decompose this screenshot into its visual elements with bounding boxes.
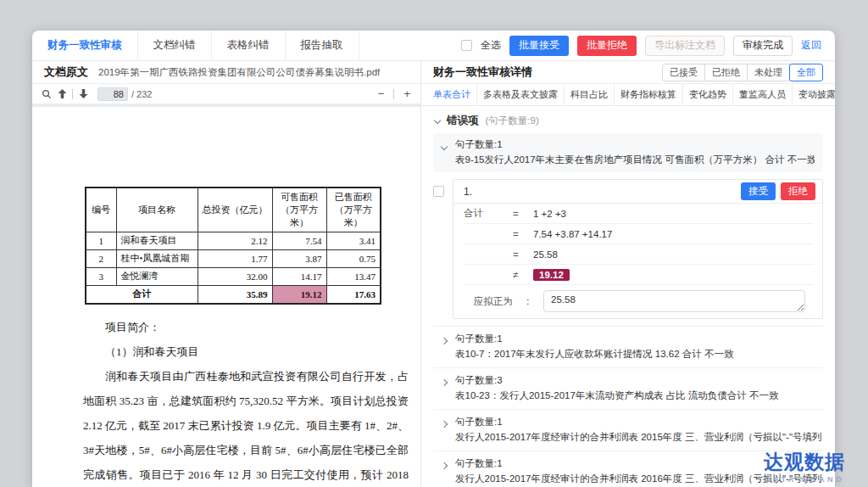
page-down-icon[interactable] [75, 87, 91, 101]
table-cell: 金悦澜湾 [116, 267, 198, 285]
error-item[interactable]: 句子数量:1 发行人2015-2017年度经审计的合并利润表 2015年度 三、… [433, 410, 823, 451]
error-section-header[interactable]: 错误项 (句子数量:9) [435, 113, 823, 128]
reject-button[interactable]: 拒绝 [781, 182, 815, 200]
table-cell: 3.87 [272, 249, 326, 267]
filter-rejected[interactable]: 已拒绝 [704, 64, 748, 81]
error-item-expanded[interactable]: 句子数量:1 表9-15发行人2017年末主要在售房地产项目情况 可售面积（万平… [433, 133, 823, 172]
paragraph-item1-body: 润和春天项目由广西桂泰地和武宣投资有限公司自行开发，占地面积 35.23 亩，总… [83, 364, 409, 487]
top-actions: 全选 批量接受 批量拒绝 导出标注文档 审核完成 返回 [461, 31, 835, 60]
formula-row: = 7.54 +3.87 +14.17 [464, 224, 814, 244]
table-cell: 17.63 [326, 285, 381, 304]
table-cell: 2.12 [198, 232, 272, 249]
dtab-multi-table-disclosure[interactable]: 多表格及表文披露 [477, 84, 565, 105]
back-link[interactable]: 返回 [801, 38, 821, 53]
pdf-text-block: 项目简介： （1）润和春天项目 润和春天项目由广西桂泰地和武宣投资有限公司自行开… [83, 315, 410, 487]
table-header-cell: 项目名称 [116, 188, 198, 232]
logo-text-en: DATA GRAND [764, 476, 845, 484]
error-item[interactable]: 句子数量:1 表10-7：2017年末发行人应收款坏账计提情况 13.62 合计… [433, 327, 823, 368]
chevron-right-icon [441, 421, 448, 428]
error-detail-card: 1. 接受 拒绝 合计 = 1 +2 +3 = [453, 179, 823, 319]
pdf-page: 编号 项目名称 总投资（亿元） 可售面积（万平方米） 已售面积（万平方米） 1 … [32, 107, 420, 487]
top-tab-bar: 财务一致性审核 文档纠错 表格纠错 报告抽取 全选 批量接受 批量拒绝 导出标注… [32, 31, 835, 61]
formula-row-mismatch: ≠ 19.12 [464, 265, 814, 285]
table-cell: 0.75 [326, 249, 381, 267]
table-cell: 13.47 [326, 267, 381, 285]
select-all-label: 全选 [481, 38, 501, 53]
page-up-icon[interactable] [54, 87, 70, 101]
app-window: 财务一致性审核 文档纠错 表格纠错 报告抽取 全选 批量接受 批量拒绝 导出标注… [32, 31, 835, 487]
table-cell: 3 [86, 267, 116, 285]
pdf-viewport[interactable]: 编号 项目名称 总投资（亿元） 可售面积（万平方米） 已售面积（万平方米） 1 … [32, 104, 420, 487]
correction-row: 应拟正为 ： 25.58 [464, 285, 814, 318]
dtab-single-table-total[interactable]: 单表合计 [421, 84, 477, 105]
batch-accept-button[interactable]: 批量接受 [509, 36, 569, 56]
audit-detail-panel: 财务一致性审核详情 已接受 已拒绝 未处理 全部 单表合计 多表格及表文披露 科… [421, 61, 835, 487]
card-header: 1. 接受 拒绝 [453, 180, 822, 204]
toolbar-divider [72, 89, 73, 99]
error-item[interactable]: 句子数量:3 表10-23：发行人2015-2017年末流动资产构成表 占比 流… [433, 368, 823, 410]
error-item-count: 句子数量:1 [455, 138, 815, 151]
table-cell: 合计 [86, 285, 198, 304]
tab-table-correction[interactable]: 表格纠错 [212, 31, 286, 60]
error-section-count: (句子数量:9) [486, 115, 539, 127]
paragraph-item1-title: （1）润和春天项目 [83, 339, 409, 364]
filter-all[interactable]: 全部 [789, 64, 823, 81]
zoom-in-button[interactable]: + [402, 87, 412, 100]
table-row: 1 润和春天项目 2.12 7.54 3.41 [86, 232, 381, 249]
page-number-input[interactable] [97, 87, 128, 101]
dtab-executives[interactable]: 董监高人员 [733, 84, 793, 105]
filter-unprocessed[interactable]: 未处理 [747, 64, 790, 81]
paragraph-intro: 项目简介： [83, 315, 409, 339]
card-index: 1. [464, 186, 472, 198]
detail-tabs: 单表合计 多表格及表文披露 科目占比 财务指标核算 变化趋势 董监高人员 变动披… [421, 84, 835, 106]
dtab-change-trend[interactable]: 变化趋势 [683, 84, 733, 105]
dtab-change-disclosure[interactable]: 变动披露 [793, 84, 835, 105]
export-annotated-button[interactable]: 导出标注文档 [645, 36, 725, 56]
table-header-cell: 总投资（亿元） [198, 188, 272, 232]
error-item-checkbox[interactable] [433, 186, 444, 197]
audit-done-button[interactable]: 审核完成 [733, 36, 793, 56]
formula-row: 合计 = 1 +2 +3 [464, 204, 814, 224]
error-section-label: 错误项 [447, 114, 479, 128]
pdf-project-table: 编号 项目名称 总投资（亿元） 可售面积（万平方米） 已售面积（万平方米） 1 … [85, 187, 381, 305]
formula-row: = 25.58 [464, 244, 814, 265]
chevron-right-icon [441, 338, 448, 344]
dtab-financial-indicator[interactable]: 财务指标核算 [615, 84, 683, 105]
chevron-right-icon [441, 462, 448, 469]
zoom-out-button[interactable]: − [376, 87, 387, 100]
table-cell: 35.89 [198, 285, 272, 304]
table-cell: 1 [86, 232, 116, 249]
error-list-scroll[interactable]: 错误项 (句子数量:9) 句子数量:1 表9-15发行人2017年末主要在售房地… [421, 106, 835, 487]
correction-input[interactable]: 25.58 [543, 290, 805, 312]
table-cell: 3.41 [326, 232, 381, 249]
chevron-down-icon [434, 117, 441, 124]
table-row: 3 金悦澜湾 32.00 14.17 13.47 [86, 267, 381, 285]
error-item-description: 表9-15发行人2017年末主要在售房地产项目情况 可售面积（万平方米） 合计 … [455, 154, 815, 166]
select-all-checkbox[interactable] [461, 40, 472, 51]
search-icon[interactable] [39, 87, 54, 101]
status-filter-group: 已接受 已拒绝 未处理 全部 [662, 64, 823, 81]
document-filename: 2019年第一期广西铁路投资集团有限公司公司债券募集说明书.pdf [98, 66, 380, 79]
tab-report-extraction[interactable]: 报告抽取 [286, 31, 359, 60]
batch-reject-button[interactable]: 批量拒绝 [577, 36, 637, 56]
correction-label: 应拟正为 [474, 295, 523, 308]
tab-document-correction[interactable]: 文档纠错 [138, 31, 212, 60]
document-header-label: 文档原文 [44, 64, 88, 80]
filter-accepted[interactable]: 已接受 [662, 64, 705, 81]
detail-header: 财务一致性审核详情 已接受 已拒绝 未处理 全部 [421, 61, 835, 84]
page-total: / 232 [131, 89, 152, 99]
table-header-cell: 编号 [86, 188, 116, 232]
chevron-down-icon [441, 143, 448, 150]
zoom-divider [393, 89, 394, 99]
table-cell: 32.00 [198, 267, 272, 285]
tab-financial-consistency[interactable]: 财务一致性审核 [32, 31, 138, 60]
mismatch-value-badge: 19.12 [533, 269, 570, 281]
accept-button[interactable]: 接受 [741, 182, 776, 200]
document-panel: 文档原文 2019年第一期广西铁路投资集团有限公司公司债券募集说明书.pdf /… [32, 61, 421, 487]
logo-text-cn: 达观数据 [764, 452, 845, 472]
main-tabs: 财务一致性审核 文档纠错 表格纠错 报告抽取 [32, 31, 359, 60]
datagrand-logo: 达观数据 DATA GRAND [764, 452, 845, 484]
table-header-cell: 已售面积（万平方米） [326, 188, 381, 232]
dtab-subject-ratio[interactable]: 科目占比 [565, 84, 615, 105]
zoom-controls: − + [376, 87, 412, 100]
